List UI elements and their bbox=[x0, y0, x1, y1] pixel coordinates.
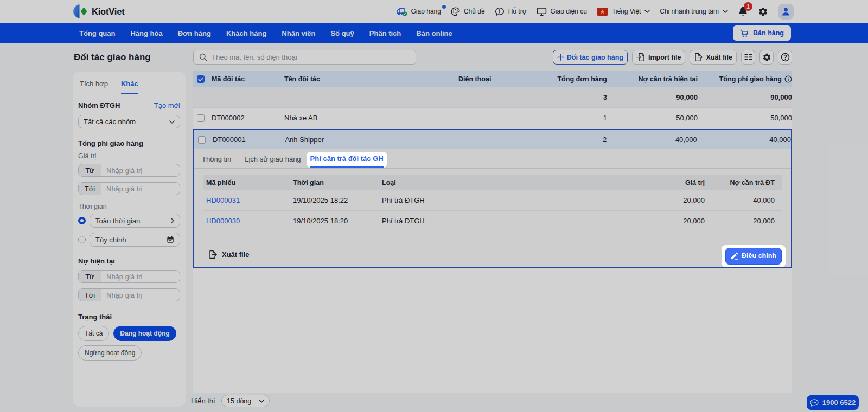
create-group-link[interactable]: Tạo mới bbox=[154, 101, 180, 110]
row-checkbox[interactable] bbox=[197, 114, 205, 122]
topbar-language-select[interactable]: Tiếng Việt bbox=[597, 8, 650, 16]
sell-button[interactable]: Bán hàng bbox=[733, 25, 791, 41]
table-row[interactable]: DT000002 Nhà xe AB 1 50,000 50,000 bbox=[193, 108, 792, 128]
nav-item-analytics[interactable]: Phân tích bbox=[369, 29, 401, 37]
detail-tab-fee[interactable]: Phí cần trả đối tác GH bbox=[310, 154, 384, 168]
col-header-name[interactable]: Tên đối tác bbox=[284, 75, 458, 83]
settings-button[interactable] bbox=[758, 7, 768, 17]
col-header-phone[interactable]: Điện thoại bbox=[458, 75, 542, 83]
fee-time: 19/10/2025 18:20 bbox=[293, 217, 382, 225]
fee-type: Phí trả ĐTGH bbox=[382, 217, 615, 225]
time-all-select[interactable]: Toàn thời gian bbox=[90, 214, 180, 228]
col-header-code[interactable]: Mã đối tác bbox=[212, 75, 284, 83]
value-label: Giá trị bbox=[78, 152, 180, 160]
status-active-pill[interactable]: Đang hoạt động bbox=[113, 326, 176, 341]
calendar-icon bbox=[167, 236, 174, 243]
receipt-link[interactable]: HD000030 bbox=[203, 217, 293, 225]
chevron-right-icon bbox=[171, 218, 174, 223]
summary-fee: 90,000 bbox=[698, 93, 792, 101]
nav-item-cashbook[interactable]: Sổ quỹ bbox=[330, 29, 354, 37]
debt-to-placeholder: Nhập giá trị bbox=[101, 289, 180, 301]
time-custom-radio[interactable] bbox=[78, 236, 86, 243]
time-all-radio[interactable] bbox=[78, 217, 86, 224]
group-select[interactable]: Tất cả các nhóm bbox=[78, 115, 180, 128]
vietnam-flag-icon bbox=[597, 8, 608, 16]
topbar-item-old-ui[interactable]: Giao diện cũ bbox=[537, 7, 587, 16]
status-all-pill[interactable]: Tất cả bbox=[78, 326, 109, 341]
nav-item-online-sales[interactable]: Bán online bbox=[416, 29, 452, 37]
rows-per-page-select[interactable]: 15 dòng bbox=[221, 395, 270, 407]
search-input[interactable]: Theo mã, tên, số điện thoại bbox=[193, 50, 416, 65]
fee-col-receipt: Mã phiếu bbox=[203, 179, 293, 186]
summary-debt: 90,000 bbox=[607, 93, 698, 101]
col-header-debt[interactable]: Nợ cần trả hiện tại bbox=[607, 75, 698, 83]
group-select-value: Tất cả các nhóm bbox=[84, 118, 136, 126]
col-header-fee[interactable]: Tổng phí giao hàng bbox=[698, 75, 792, 83]
page-title: Đối tác giao hàng bbox=[74, 52, 151, 63]
nav-item-products[interactable]: Hàng hóa bbox=[130, 29, 162, 37]
chevron-down-icon bbox=[259, 400, 264, 403]
debt-to-input[interactable]: Tới Nhập giá trị bbox=[78, 288, 180, 301]
filter-tab-other[interactable]: Khác bbox=[121, 80, 138, 94]
topbar-item-support[interactable]: Hỗ trợ bbox=[495, 7, 527, 16]
kiotviet-logo[interactable]: KiotViet bbox=[73, 0, 124, 23]
receipt-link[interactable]: HD000031 bbox=[203, 196, 293, 204]
pencil-icon bbox=[731, 252, 738, 260]
time-all-label: Toàn thời gian bbox=[95, 217, 140, 225]
debt-section-label: Nợ hiện tại bbox=[78, 257, 180, 265]
row-checkbox[interactable] bbox=[198, 136, 206, 144]
export-file-button[interactable]: Xuất file bbox=[690, 50, 737, 65]
help-button[interactable] bbox=[778, 50, 792, 65]
table-row-selected[interactable]: DT000001 Anh Shipper 2 40,000 40,000 bbox=[194, 130, 791, 149]
row-name: Nhà xe AB bbox=[284, 114, 458, 122]
truck-icon bbox=[396, 7, 407, 16]
nav-item-staff[interactable]: Nhân viên bbox=[282, 29, 315, 37]
debt-from-input[interactable]: Từ Nhập giá trị bbox=[78, 270, 180, 283]
row-orders: 1 bbox=[542, 114, 607, 122]
user-avatar[interactable] bbox=[778, 4, 794, 20]
row-fee: 40,000 bbox=[697, 136, 791, 144]
notifications-button[interactable]: 1 bbox=[738, 6, 748, 17]
fee-value: 20,000 bbox=[615, 217, 705, 225]
nav-item-overview[interactable]: Tổng quan bbox=[79, 29, 115, 37]
row-debt: 40,000 bbox=[607, 136, 697, 144]
status-section-label: Trạng thái bbox=[78, 313, 180, 321]
table-header-row: Mã đối tác Tên đối tác Điện thoại Tổng đ… bbox=[193, 71, 792, 87]
fee-to-input[interactable]: Tới Nhập giá trị bbox=[78, 182, 180, 195]
fee-col-time: Thời gian bbox=[293, 179, 382, 186]
adjust-button-highlight: Điều chỉnh bbox=[722, 245, 786, 267]
add-partner-button[interactable]: Đối tác giao hàng bbox=[553, 50, 628, 65]
fee-from-input[interactable]: Từ Nhập giá trị bbox=[78, 164, 180, 177]
column-settings-button[interactable] bbox=[741, 50, 755, 65]
topbar-branch-select[interactable]: Chi nhánh trung tâm bbox=[660, 8, 728, 15]
cart-icon bbox=[740, 29, 749, 37]
nav-item-orders[interactable]: Đơn hàng bbox=[178, 29, 211, 37]
topbar-item-delivery[interactable]: Giao hàng bbox=[396, 7, 441, 16]
support-phone-button[interactable]: 1900 6522 bbox=[807, 395, 859, 410]
col-header-orders[interactable]: Tổng đơn hàng bbox=[542, 75, 607, 83]
detail-tab-info[interactable]: Thông tin bbox=[202, 155, 231, 168]
detail-tab-history[interactable]: Lịch sử giao hàng bbox=[245, 155, 301, 168]
fee-section-label: Tổng phí giao hàng bbox=[78, 139, 180, 147]
main-nav: Tổng quan Hàng hóa Đơn hàng Khách hàng N… bbox=[0, 23, 868, 43]
detail-footer: Xuất file Điều chỉnh bbox=[194, 241, 791, 267]
adjust-button-label: Điều chỉnh bbox=[742, 252, 776, 260]
import-file-button[interactable]: Import file bbox=[632, 50, 685, 65]
nav-item-customers[interactable]: Khách hàng bbox=[226, 29, 266, 37]
fee-table-header: Mã phiếu Thời gian Loại Giá trị Nợ cần t… bbox=[203, 175, 782, 190]
topbar-theme-label: Chủ đề bbox=[464, 8, 485, 15]
table-settings-button[interactable] bbox=[760, 50, 774, 65]
select-all-checkbox[interactable] bbox=[197, 75, 205, 83]
filter-tab-integrated[interactable]: Tích hợp bbox=[80, 80, 108, 94]
topbar-branch-label: Chi nhánh trung tâm bbox=[660, 8, 719, 15]
topbar-item-theme[interactable]: Chủ đề bbox=[451, 7, 485, 16]
detail-export-button[interactable]: Xuất file bbox=[208, 250, 250, 259]
help-icon bbox=[781, 53, 790, 62]
time-custom-select[interactable]: Tùy chỉnh bbox=[90, 233, 180, 247]
adjust-button[interactable]: Điều chỉnh bbox=[725, 248, 782, 265]
col-header-fee-label: Tổng phí giao hàng bbox=[719, 75, 782, 83]
fee-row: HD000030 19/10/2025 18:20 Phí trả ĐTGH 2… bbox=[203, 211, 782, 231]
status-inactive-pill[interactable]: Ngừng hoạt động bbox=[78, 345, 142, 360]
sell-button-label: Bán hàng bbox=[753, 29, 784, 37]
detail-tab-fee-highlight: Phí cần trả đối tác GH bbox=[307, 152, 387, 168]
